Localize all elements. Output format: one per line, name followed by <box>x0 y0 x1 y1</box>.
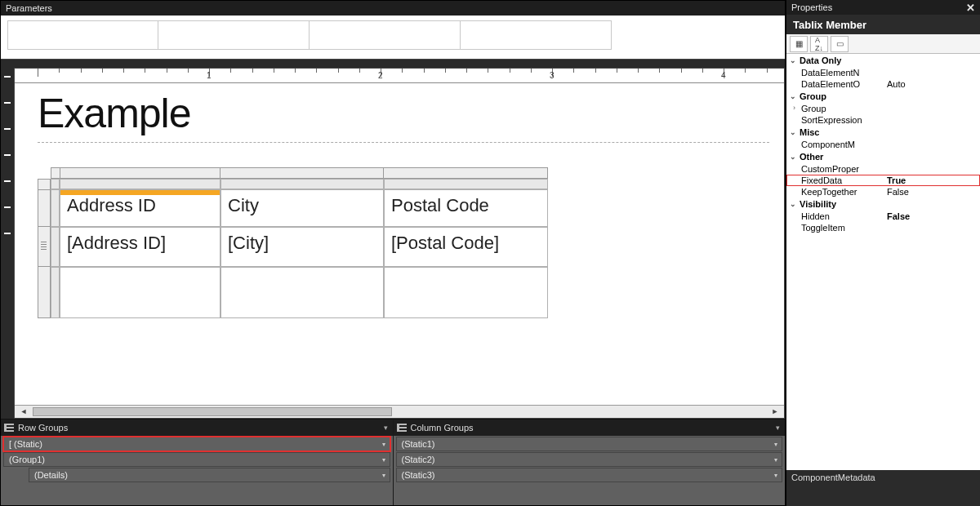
row-groups-pane[interactable]: Row Groups ▾ [ (Static)▾(Group1)▾(Detail… <box>1 419 394 505</box>
properties-grid[interactable]: ⌄Data OnlyDataElementNDataElementOAuto⌄G… <box>786 54 980 470</box>
property-name: ComponentM <box>801 140 887 149</box>
tablix-data-cell[interactable] <box>220 267 384 318</box>
parameter-cell[interactable] <box>7 20 158 50</box>
parameter-cell[interactable] <box>158 20 310 50</box>
tablix-column-handle[interactable] <box>220 167 384 179</box>
property-value[interactable] <box>887 164 977 174</box>
property-value[interactable] <box>887 115 977 125</box>
parameter-cell[interactable] <box>461 20 612 50</box>
row-group-item[interactable]: (Group1)▾ <box>3 452 390 467</box>
property-name: SortExpression <box>801 115 887 125</box>
chevron-down-icon[interactable]: ▾ <box>382 456 385 464</box>
property-category[interactable]: ⌄Visibility <box>786 198 980 211</box>
property-row[interactable]: › Group <box>786 103 980 114</box>
tablix-header-cell[interactable]: Postal Code <box>384 189 548 227</box>
chevron-down-icon[interactable]: ▾ <box>774 441 777 448</box>
property-value[interactable] <box>887 104 977 113</box>
tablix-row-handle[interactable] <box>38 189 51 227</box>
tablix-row-handle[interactable] <box>38 227 51 267</box>
parameters-header: Parameters <box>1 1 785 16</box>
chevron-down-icon[interactable]: ▾ <box>384 424 388 432</box>
tablix-column-handle[interactable] <box>384 167 548 179</box>
parameter-cell[interactable] <box>310 20 461 50</box>
property-row[interactable]: FixedDataTrue <box>786 175 980 186</box>
row-groups-title: Row Groups <box>18 423 68 433</box>
property-name: ToggleItem <box>801 223 887 233</box>
column-groups-icon <box>397 424 407 432</box>
chevron-down-icon[interactable]: ▾ <box>774 472 777 479</box>
tablix-column-handle[interactable] <box>60 167 220 179</box>
column-groups-pane[interactable]: Column Groups ▾ (Static1)▾(Static2)▾(Sta… <box>394 419 786 505</box>
property-category[interactable]: ⌄Misc <box>786 126 980 139</box>
tablix-data-cell[interactable]: [City] <box>220 227 384 267</box>
property-category[interactable]: ⌄Other <box>786 150 980 163</box>
scroll-right-arrow-icon[interactable]: ► <box>769 406 781 417</box>
chevron-down-icon[interactable]: ⌄ <box>790 128 800 136</box>
property-name: Group <box>801 104 887 113</box>
tablix-header-cell[interactable]: City <box>220 189 384 227</box>
tablix-data-cell[interactable] <box>384 267 548 318</box>
column-group-item[interactable]: (Static2)▾ <box>396 452 783 467</box>
chevron-down-icon[interactable]: ▾ <box>382 441 385 448</box>
tablix-row-handle[interactable] <box>38 267 51 318</box>
properties-description: ComponentMetadata <box>786 470 980 506</box>
horizontal-scrollbar[interactable]: ◄ ► <box>15 405 784 418</box>
property-value[interactable]: Auto <box>887 79 977 89</box>
report-design-surface[interactable]: Example <box>15 83 784 405</box>
tablix-corner-handle[interactable] <box>51 167 60 179</box>
property-name: CustomProper <box>801 164 887 174</box>
scrollbar-thumb[interactable] <box>33 407 392 416</box>
chevron-down-icon[interactable]: ▾ <box>382 472 385 479</box>
parameters-area[interactable] <box>1 16 785 60</box>
property-row[interactable]: ComponentM <box>786 139 980 150</box>
column-group-item[interactable]: (Static3)▾ <box>396 468 783 482</box>
property-row[interactable]: SortExpression <box>786 114 980 126</box>
property-pages-button[interactable]: ▭ <box>831 36 849 52</box>
property-value[interactable]: True <box>887 175 977 185</box>
property-value[interactable]: False <box>887 211 977 221</box>
property-value[interactable] <box>887 68 977 78</box>
chevron-down-icon[interactable]: ⌄ <box>790 92 800 100</box>
chevron-down-icon[interactable]: ⌄ <box>790 153 800 161</box>
vertical-ruler-gutter <box>1 68 14 419</box>
properties-object-name: Tablix Member <box>786 15 980 34</box>
property-row[interactable]: CustomProper <box>786 163 980 175</box>
property-name: FixedData <box>801 175 887 185</box>
property-name: DataElementN <box>801 68 887 78</box>
chevron-down-icon[interactable]: ⌄ <box>790 56 800 64</box>
tablix-data-cell[interactable] <box>60 267 220 318</box>
chevron-down-icon[interactable]: ▾ <box>776 424 780 432</box>
tablix-cell-text: Address ID <box>67 195 156 215</box>
property-name: DataElementO <box>801 79 887 89</box>
chevron-right-icon[interactable]: › <box>793 104 801 113</box>
tablix-data-cell[interactable]: [Address ID] <box>60 227 220 267</box>
chevron-down-icon[interactable]: ⌄ <box>790 200 800 208</box>
column-groups-title: Column Groups <box>411 423 474 433</box>
close-icon[interactable]: ✕ <box>966 2 975 14</box>
tablix-header-cell-selected[interactable]: Address ID <box>60 189 220 227</box>
property-value[interactable] <box>887 223 977 233</box>
categorized-view-button[interactable]: ▦ <box>790 36 808 52</box>
scroll-left-arrow-icon[interactable]: ◄ <box>18 406 29 417</box>
row-groups-icon <box>4 424 14 432</box>
report-title-textbox[interactable]: Example <box>38 90 769 137</box>
column-group-item[interactable]: (Static1)▾ <box>396 437 783 451</box>
row-group-item[interactable]: [ (Static)▾ <box>3 437 390 451</box>
tablix-row-handle[interactable] <box>38 179 51 189</box>
properties-toolbar: ▦ AZ↓ ▭ <box>786 34 980 54</box>
property-row[interactable]: HiddenFalse <box>786 211 980 222</box>
property-name: KeepTogether <box>801 187 887 197</box>
property-value[interactable]: False <box>887 187 977 197</box>
row-group-item[interactable]: (Details)▾ <box>29 468 390 482</box>
tablix[interactable]: Address ID City Postal Code [Address ID]… <box>38 167 769 318</box>
property-row[interactable]: DataElementN <box>786 67 980 78</box>
property-category[interactable]: ⌄Group <box>786 90 980 103</box>
property-category[interactable]: ⌄Data Only <box>786 54 980 67</box>
alphabetical-view-button[interactable]: AZ↓ <box>810 36 828 52</box>
tablix-data-cell[interactable]: [Postal Code] <box>384 227 548 267</box>
property-value[interactable] <box>887 140 977 149</box>
property-row[interactable]: DataElementOAuto <box>786 78 980 90</box>
property-row[interactable]: KeepTogetherFalse <box>786 186 980 198</box>
chevron-down-icon[interactable]: ▾ <box>774 456 777 464</box>
property-row[interactable]: ToggleItem <box>786 222 980 233</box>
